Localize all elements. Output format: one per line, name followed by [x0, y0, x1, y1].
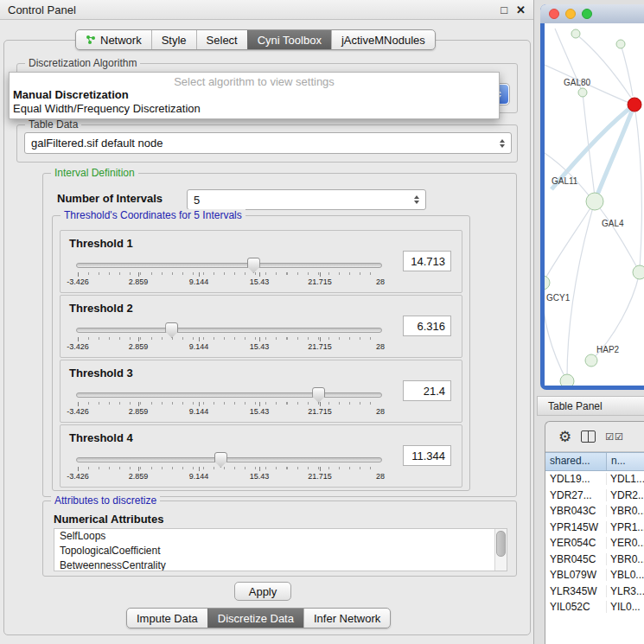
table-data-value: galFiltered.sif default node	[25, 137, 495, 150]
table-cell: YDR2...	[607, 489, 644, 501]
node-label-hap2: HAP2	[596, 345, 620, 354]
slider-scale-labels: -3.4262.8599.14415.4321.71528	[78, 472, 380, 481]
minimize-traffic-light-icon[interactable]	[565, 9, 576, 19]
node[interactable]	[560, 374, 574, 386]
tab-impute-data[interactable]: Impute Data	[127, 609, 207, 628]
network-window-titlebar[interactable]	[540, 4, 644, 23]
slider-track[interactable]	[76, 328, 382, 333]
slider-thumb[interactable]	[247, 258, 260, 273]
scale-label: 28	[376, 342, 385, 351]
table-header-row: shared...n...	[545, 452, 644, 471]
float-icon[interactable]: □	[501, 3, 507, 16]
numerical-attributes-label: Numerical Attributes	[54, 513, 163, 526]
slider-thumb[interactable]	[214, 452, 227, 468]
threshold-slider: -3.4262.8599.14415.4321.71528	[76, 257, 382, 288]
node-gal4[interactable]	[586, 193, 603, 210]
column-header-1[interactable]: shared...	[545, 453, 607, 470]
scale-label: 28	[376, 472, 385, 481]
slider-scale-labels: -3.4262.8599.14415.4321.71528	[78, 342, 380, 352]
table-row[interactable]: YDR27...YDR2...	[545, 488, 644, 504]
attribute-item-betweennesscentrality[interactable]: BetweennessCentrality	[54, 558, 507, 571]
tab-label: Discretize Data	[218, 612, 294, 625]
slider-scale-labels: -3.4262.8599.14415.4321.71528	[78, 277, 380, 287]
bottom-tab-bar: Impute DataDiscretize DataInfer Network	[126, 608, 391, 628]
table-cell: YER0...	[607, 537, 644, 549]
table-row[interactable]: YLR345WYLR3...	[545, 583, 644, 600]
table-row[interactable]: YER054CYER0...	[545, 535, 644, 552]
attributes-scrollbar[interactable]	[494, 529, 507, 571]
table-panel-header[interactable]: Table Panel	[537, 396, 644, 416]
slider-track[interactable]	[76, 392, 382, 398]
table-row[interactable]: YBR043CYBR0...	[545, 503, 644, 520]
tab-infer-network[interactable]: Infer Network	[303, 609, 390, 628]
slider-scale-labels: -3.4262.8599.14415.4321.71528	[78, 407, 380, 417]
slider-thumb[interactable]	[165, 322, 178, 338]
node-gcy1[interactable]	[545, 276, 550, 290]
table-row[interactable]: YPR145WYPR1...	[545, 520, 644, 536]
table-body: YDL19...YDL1...YDR27...YDR2...YBR043CYBR…	[545, 471, 644, 644]
node-label-gal80: GAL80	[564, 78, 591, 87]
tab-cyni-toolbox[interactable]: Cyni Toolbox	[247, 30, 331, 49]
tab-network[interactable]: Network	[76, 30, 151, 49]
edge	[634, 105, 641, 269]
scale-label: -3.426	[67, 407, 89, 416]
network-canvas[interactable]: GAL80 GAL11 GAL4 GCY1 HAP2	[545, 23, 644, 386]
tab-jactivemnodules[interactable]: jActiveMNodules	[331, 30, 435, 49]
table-cell: YPR1...	[607, 521, 644, 533]
columns-icon[interactable]	[581, 430, 596, 443]
close-icon[interactable]: ✕	[516, 3, 526, 16]
selected-node[interactable]	[628, 98, 641, 112]
node[interactable]	[571, 29, 580, 38]
threshold-value-field[interactable]: 11.344	[403, 445, 451, 466]
number-of-intervals-combobox[interactable]: 5	[187, 189, 426, 210]
node-hap2[interactable]	[585, 354, 597, 367]
table-cell: YDR27...	[545, 489, 607, 501]
scale-label: 9.144	[189, 342, 209, 351]
node[interactable]	[616, 40, 625, 48]
interval-definition-group: Interval Definition Number of Intervals …	[42, 173, 517, 497]
table-data-title: Table Data	[25, 118, 81, 131]
slider-track[interactable]	[76, 457, 382, 462]
slider-thumb[interactable]	[312, 387, 325, 403]
table-cell: YBL079W	[545, 569, 607, 581]
table-cell: YPR145W	[545, 521, 607, 533]
tab-label: Select	[207, 34, 238, 47]
table-cell: YIL052C	[545, 601, 607, 613]
tab-style[interactable]: Style	[151, 30, 196, 49]
popup-item-manual-discretization[interactable]: Manual Discretization	[10, 88, 499, 102]
threshold-label: Threshold 3	[69, 367, 133, 379]
thresholds-group: Threshold's Coordinates for 5 Intervals …	[52, 215, 470, 491]
select-rows-checkbox-icons[interactable]: ☑☑	[605, 431, 624, 443]
scrollbar-thumb[interactable]	[496, 531, 506, 557]
scale-label: 21.715	[308, 407, 332, 416]
attribute-item-topologicalcoefficient[interactable]: TopologicalCoefficient	[54, 544, 507, 558]
tab-select[interactable]: Select	[196, 30, 247, 49]
table-data-combobox[interactable]: galFiltered.sif default node	[24, 132, 512, 154]
zoom-traffic-light-icon[interactable]	[582, 9, 592, 19]
attribute-item-selfloops[interactable]: SelfLoops	[54, 529, 507, 544]
threshold-value-field[interactable]: 14.713	[403, 251, 451, 271]
threshold-value-field[interactable]: 6.316	[403, 316, 451, 336]
slider-ticks	[78, 402, 380, 406]
table-cell: YLR3...	[607, 585, 644, 597]
scale-label: 21.715	[308, 472, 332, 481]
table-cell: YDL19...	[545, 473, 607, 485]
tab-label: Cyni Toolbox	[258, 34, 322, 47]
node-gal80[interactable]	[578, 88, 587, 97]
scale-label: 21.715	[308, 277, 332, 286]
control-panel-titlebar: Control Panel □ ✕	[0, 0, 533, 20]
threshold-value-field[interactable]: 21.4	[403, 380, 451, 401]
gear-icon[interactable]: ⚙	[558, 428, 571, 446]
popup-item-equal-width-frequency[interactable]: Equal Width/Frequency Discretization	[10, 102, 499, 116]
edge	[545, 153, 590, 196]
table-row[interactable]: YBR045CYBR0...	[545, 552, 644, 568]
apply-button[interactable]: Apply	[234, 582, 291, 601]
table-row[interactable]: YBL079WYBL0...	[545, 567, 644, 583]
slider-track[interactable]	[76, 263, 382, 268]
tab-discretize-data[interactable]: Discretize Data	[207, 609, 303, 628]
table-row[interactable]: YIL052CYIL0...	[545, 599, 644, 615]
node[interactable]	[633, 265, 644, 279]
table-row[interactable]: YDL19...YDL1...	[545, 471, 644, 488]
column-header-2[interactable]: n...	[607, 453, 644, 470]
close-traffic-light-icon[interactable]	[549, 9, 559, 19]
